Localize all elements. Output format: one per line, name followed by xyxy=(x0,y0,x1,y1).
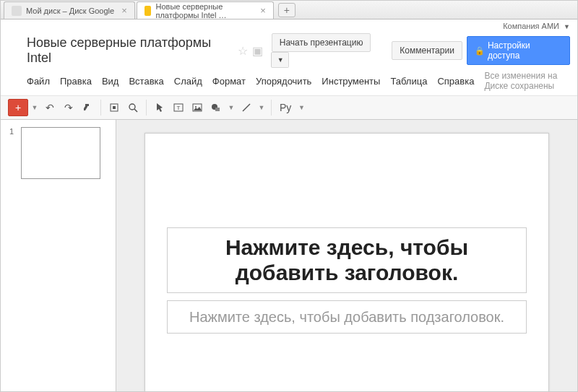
save-status: Все изменения на Диске сохранены xyxy=(484,71,570,91)
comments-label: Комментарии xyxy=(400,45,454,56)
new-tab-button[interactable]: + xyxy=(278,3,296,17)
account-caret-icon: ▼ xyxy=(564,23,570,30)
menu-view[interactable]: Вид xyxy=(102,76,119,87)
line-tool[interactable] xyxy=(238,99,255,116)
star-icon[interactable]: ☆ xyxy=(238,44,248,58)
account-label: Компания АМИ xyxy=(503,22,559,30)
select-tool[interactable] xyxy=(151,99,168,116)
redo-button[interactable]: ↷ xyxy=(60,99,77,116)
menu-file[interactable]: Файл xyxy=(27,76,50,87)
subtitle-placeholder[interactable]: Нажмите здесь, чтобы добавить подзаголов… xyxy=(167,300,527,334)
presentation-title[interactable]: Новые серверные платформы Intel xyxy=(27,35,233,66)
new-slide-dropdown[interactable]: ▼ xyxy=(30,99,40,116)
menu-edit[interactable]: Правка xyxy=(60,76,92,87)
menu-table[interactable]: Таблица xyxy=(390,76,427,87)
editor-area: 1 Нажмите здесь, чтобы добавить заголово… xyxy=(1,120,577,392)
paint-format-button[interactable] xyxy=(79,99,96,116)
slide-thumbnail[interactable] xyxy=(21,127,100,179)
comments-button[interactable]: Комментарии xyxy=(392,41,462,60)
present-button[interactable]: Начать презентацию xyxy=(272,33,371,52)
lock-icon: 🔒 xyxy=(475,46,485,56)
menu-bar: Файл Правка Вид Вставка Слайд Формат Упо… xyxy=(1,68,577,95)
zoom-fit-button[interactable] xyxy=(105,99,123,116)
menu-format[interactable]: Формат xyxy=(212,76,246,87)
title-placeholder[interactable]: Нажмите здесь, чтобы добавить заголовок. xyxy=(167,227,527,293)
folder-icon[interactable]: ▣ xyxy=(252,44,263,58)
menu-help[interactable]: Справка xyxy=(437,76,474,87)
account-row[interactable]: Компания АМИ ▼ xyxy=(1,19,577,30)
svg-point-1 xyxy=(129,104,135,110)
close-tab-icon[interactable]: × xyxy=(260,5,266,16)
title-row: Новые серверные платформы Intel ☆ ▣ Нача… xyxy=(1,30,577,68)
tab-title: Мой диск – Диск Google xyxy=(26,6,114,15)
present-dropdown[interactable]: ▼ xyxy=(271,52,289,68)
thumbnail-panel: 1 xyxy=(1,120,116,392)
present-label: Начать презентацию xyxy=(280,38,363,48)
browser-tab-inactive[interactable]: Мой диск – Диск Google × xyxy=(4,1,135,19)
thumb-number: 1 xyxy=(9,127,14,136)
slides-favicon xyxy=(144,6,152,16)
line-dropdown[interactable]: ▼ xyxy=(256,99,267,116)
font-selector[interactable]: Py xyxy=(276,99,295,116)
shape-tool[interactable] xyxy=(207,99,225,116)
tab-title: Новые серверные платформы Intel … xyxy=(155,2,253,19)
present-split-button: Начать презентацию ▼ xyxy=(272,33,388,68)
menu-tools[interactable]: Инструменты xyxy=(322,76,380,87)
svg-point-6 xyxy=(195,106,197,108)
browser-tab-strip: Мой диск – Диск Google × Новые серверные… xyxy=(1,1,577,19)
slide-canvas[interactable]: Нажмите здесь, чтобы добавить заголовок.… xyxy=(116,120,577,392)
svg-text:T: T xyxy=(177,105,181,111)
new-slide-button[interactable]: + xyxy=(8,99,28,116)
svg-rect-8 xyxy=(215,108,220,111)
menu-arrange[interactable]: Упорядочить xyxy=(256,76,311,87)
undo-button[interactable]: ↶ xyxy=(41,99,59,116)
svg-line-2 xyxy=(134,109,137,112)
share-label: Настройки доступа xyxy=(488,40,562,61)
menu-slide[interactable]: Слайд xyxy=(174,76,202,87)
shape-dropdown[interactable]: ▼ xyxy=(226,99,236,116)
close-tab-icon[interactable]: × xyxy=(121,5,127,16)
toolbar: + ▼ ↶ ↷ T ▼ ▼ Py ▼ xyxy=(1,95,577,120)
browser-tab-active[interactable]: Новые серверные платформы Intel … × xyxy=(137,1,274,19)
slide[interactable]: Нажмите здесь, чтобы добавить заголовок.… xyxy=(144,133,549,392)
drive-favicon xyxy=(12,6,22,16)
menu-insert[interactable]: Вставка xyxy=(129,76,163,87)
svg-line-9 xyxy=(243,104,250,111)
zoom-button[interactable] xyxy=(124,99,142,116)
font-label: Py xyxy=(280,102,291,113)
font-dropdown[interactable]: ▼ xyxy=(296,99,306,116)
textbox-tool[interactable]: T xyxy=(170,99,187,116)
share-button[interactable]: 🔒 Настройки доступа xyxy=(467,36,570,65)
image-tool[interactable] xyxy=(189,99,206,116)
